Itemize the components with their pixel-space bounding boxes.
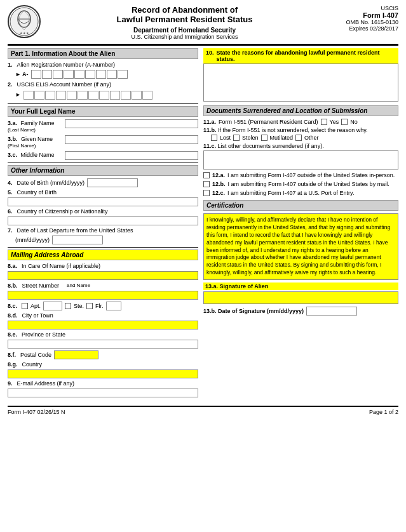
stolen-checkbox[interactable] (233, 135, 240, 141)
footer-left: Form I-407 02/26/15 N (8, 409, 65, 415)
family-name-input[interactable] (65, 119, 198, 128)
anumber-box-6[interactable] (85, 70, 95, 79)
q8g-field: 8.g. Country (8, 361, 198, 378)
q5-num: 5. (8, 189, 13, 196)
anumber-prefix: ► A- (15, 71, 29, 77)
q11a-field: 11.a. Form I-551 (Permanent Resident Car… (203, 119, 398, 125)
q12b-num: 12.b. (212, 181, 226, 187)
postal-input[interactable] (54, 350, 98, 359)
cert-header: Certification (203, 200, 398, 211)
elis-box-12[interactable] (142, 91, 152, 100)
anumber-box-4[interactable] (64, 70, 74, 79)
page: ★ ★ ★ Record of Abandonment of Lawful Pe… (0, 0, 406, 532)
country-birth-input[interactable] (8, 197, 198, 206)
country-input[interactable] (8, 369, 198, 378)
mutilated-label: Mutilated (270, 135, 294, 141)
anumber-box-9[interactable] (118, 70, 128, 79)
q5-field: 5. Country of Birth (8, 189, 198, 206)
q8g-num: 8.g. (8, 361, 18, 368)
q11a-yes-checkbox[interactable] (321, 119, 327, 125)
q12a-num: 12.a. (212, 172, 225, 178)
q2-num: 2. (8, 81, 13, 88)
elis-box-11[interactable] (132, 91, 142, 100)
q11a-no-label: No (350, 119, 358, 125)
dob-input[interactable] (87, 178, 138, 187)
q12c-checkbox[interactable] (203, 190, 210, 196)
anumber-box-3[interactable] (53, 70, 63, 79)
q4-text: Date of Birth (mm/dd/yyyy) (17, 180, 85, 186)
city-input[interactable] (8, 321, 198, 329)
q11a-yes-label: Yes (330, 119, 339, 125)
anumber-box-8[interactable] (107, 70, 117, 79)
other-checkbox[interactable] (295, 135, 302, 141)
email-input[interactable] (8, 389, 198, 397)
flr-input[interactable] (106, 302, 121, 310)
footer: Form I-407 02/26/15 N Page 1 of 2 (8, 406, 398, 415)
q11b-text: If the Form I-551 is not surrendered, se… (218, 127, 367, 133)
q8b-num: 8.b. (8, 283, 18, 289)
omb-number: OMB No. 1615-0130 (328, 19, 398, 25)
elis-box-6[interactable] (78, 91, 88, 100)
other-docs-textarea[interactable] (203, 150, 398, 170)
last-departure-input[interactable] (52, 236, 103, 244)
elis-box-1[interactable] (24, 91, 34, 100)
care-of-input[interactable] (8, 271, 198, 280)
q11c-num: 11.c. (203, 143, 216, 149)
q9-text: E-mail Address (if any) (17, 380, 75, 387)
q2-field: 2. USCIS ELIS Account Number (if any) ► (8, 81, 198, 100)
q11a-no-checkbox[interactable] (341, 119, 348, 125)
elis-box-10[interactable] (121, 91, 131, 100)
apt-input[interactable] (43, 302, 62, 310)
q6-text: Country of Citizenship or Nationality (17, 208, 108, 215)
elis-box-7[interactable] (88, 91, 98, 100)
apt-checkbox[interactable] (22, 303, 28, 309)
q12a-checkbox[interactable] (203, 172, 210, 178)
q5-text: Country of Birth (17, 189, 57, 196)
signature-date-input[interactable] (306, 307, 357, 316)
anumber-box-1[interactable] (31, 70, 41, 79)
q7-sub: (mm/dd/yyyy) (15, 237, 50, 243)
q11b-num: 11.b. (203, 127, 217, 133)
q9-num: 9. (8, 380, 13, 387)
q8f-num: 8.f. (8, 352, 16, 358)
anumber-box-7[interactable] (96, 70, 106, 79)
ste-checkbox[interactable] (65, 303, 71, 309)
q12b-checkbox[interactable] (203, 181, 210, 187)
anumber-box-2[interactable] (42, 70, 52, 79)
given-name-input[interactable] (65, 135, 198, 144)
q4-num: 4. (8, 180, 13, 186)
signature-input[interactable] (203, 291, 398, 304)
country-citizenship-input[interactable] (8, 216, 198, 225)
street-input[interactable] (8, 291, 198, 300)
q12b-field: 12.b. I am submitting Form I-407 outside… (203, 181, 398, 187)
q11a-text: Form I-551 (Permanent Resident Card) (219, 119, 318, 125)
flr-checkbox[interactable] (86, 303, 93, 309)
elis-box-8[interactable] (99, 91, 109, 100)
footer-right: Page 1 of 2 (369, 409, 398, 415)
province-input[interactable] (8, 340, 198, 349)
elis-box-5[interactable] (67, 91, 77, 100)
lost-checkbox[interactable] (211, 135, 217, 141)
q8b-field: 8.b. Street Number and Name (8, 282, 198, 300)
elis-box-3[interactable] (45, 91, 55, 100)
anumber-box-5[interactable] (74, 70, 85, 79)
q13b-label: 13.b. Date of Signature (mm/dd/yyyy) (203, 308, 304, 314)
q4-field: 4. Date of Birth (mm/dd/yyyy) (8, 178, 198, 187)
q3c-text: Middle Name (21, 152, 55, 158)
elis-box-2[interactable] (34, 91, 44, 100)
middle-name-input[interactable] (65, 151, 198, 160)
q8c-num: 8.c. (8, 303, 17, 309)
q2-label: USCIS ELIS Account Number (if any) (17, 81, 112, 88)
q10-field: 10. State the reasons for abandoning law… (203, 48, 398, 102)
q6-field: 6. Country of Citizenship or Nationality (8, 208, 198, 225)
q8b-text: Street Number (22, 283, 60, 289)
mutilated-checkbox[interactable] (261, 135, 267, 141)
q6-num: 6. (8, 208, 13, 215)
q1-label: Alien Registration Number (A-Number) (17, 62, 116, 68)
q12a-field: 12.a. I am submitting Form I-407 outside… (203, 172, 398, 178)
elis-box-9[interactable] (110, 91, 120, 100)
reasons-textarea[interactable] (203, 63, 398, 102)
elis-box-4[interactable] (56, 91, 66, 100)
q8d-field: 8.d. City or Town (8, 312, 198, 329)
apt-label: Apt. (30, 303, 41, 309)
